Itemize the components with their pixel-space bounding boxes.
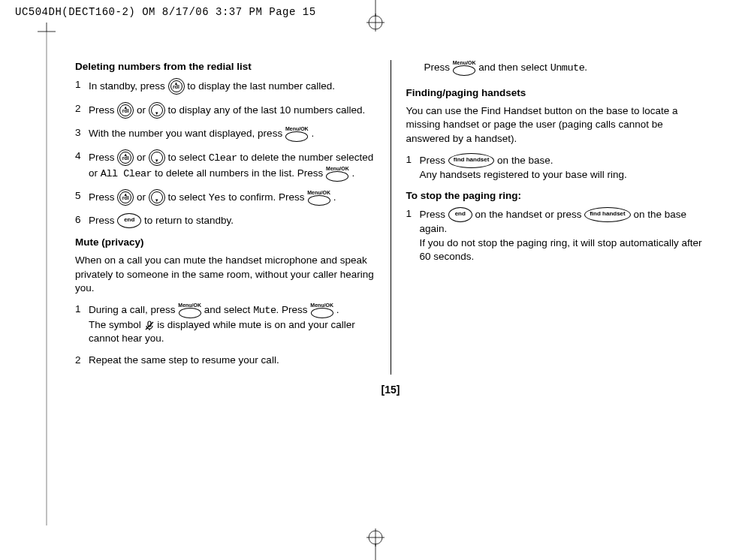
text: and select bbox=[204, 304, 251, 315]
text: on the base. bbox=[497, 154, 553, 165]
text: to delete all numbers in the list. Press bbox=[155, 167, 323, 179]
step-1: 1 In standby, press rdl to display the l… bbox=[75, 78, 376, 95]
end-button-icon: end bbox=[448, 207, 472, 222]
text: to return to standby. bbox=[144, 215, 234, 226]
svg-point-5 bbox=[369, 531, 382, 544]
svg-point-1 bbox=[369, 16, 382, 29]
steps-stop-paging: 1 Press end on the handset or press find… bbox=[406, 207, 707, 263]
text: to select bbox=[168, 191, 206, 203]
redial-up-icon: rdl bbox=[117, 189, 134, 206]
text: Press bbox=[89, 215, 115, 226]
heading-mute: Mute (privacy) bbox=[75, 236, 376, 249]
text: Any handsets registered to your base wil… bbox=[420, 169, 627, 180]
text: to display the last number called. bbox=[187, 80, 335, 92]
code-mute: Mute bbox=[253, 305, 276, 316]
find-step-1: 1 Press find handset on the base. Any ha… bbox=[406, 153, 707, 182]
left-column: Deleting numbers from the redial list 1 … bbox=[75, 60, 376, 375]
menu-ok-icon: Menu/OK bbox=[285, 126, 309, 142]
code-clear: Clear bbox=[209, 152, 237, 164]
text: . bbox=[311, 128, 314, 139]
text: to select bbox=[168, 152, 206, 163]
finding-intro: You can use the Find Handset button on t… bbox=[406, 104, 707, 146]
right-column: Press Menu/OK and then select Unmute. Fi… bbox=[406, 60, 707, 375]
text: Press bbox=[420, 154, 446, 165]
text: . bbox=[333, 191, 336, 203]
text: During a call, press bbox=[89, 304, 176, 315]
text: . bbox=[584, 62, 587, 73]
down-icon bbox=[149, 149, 165, 166]
text: The symbol bbox=[89, 319, 141, 330]
redial-up-icon: rdl bbox=[117, 149, 134, 166]
mute-step-2: 2 Repeat the same step to resume your ca… bbox=[75, 354, 376, 367]
text: Press bbox=[89, 191, 115, 203]
steps-mute: 1 During a call, press Menu/OK and selec… bbox=[75, 303, 376, 367]
text: on the handset or press bbox=[475, 209, 582, 220]
down-icon bbox=[149, 102, 165, 119]
code-unmute: Unmute bbox=[550, 62, 585, 74]
text: or bbox=[137, 152, 146, 163]
text: Press bbox=[424, 62, 451, 73]
step-2: 2 Press rdl or to display any of the las… bbox=[75, 102, 376, 119]
steps-finding: 1 Press find handset on the base. Any ha… bbox=[406, 153, 707, 182]
text: Press bbox=[89, 152, 115, 163]
text: to confirm. Press bbox=[228, 191, 304, 203]
page-number: [15] bbox=[75, 384, 706, 396]
code-all-clear: All Clear bbox=[101, 168, 152, 179]
redial-up-icon: rdl bbox=[117, 102, 134, 119]
mute-intro: When on a call you can mute the handset … bbox=[75, 254, 376, 295]
text: . bbox=[336, 304, 339, 315]
text: Repeat the same step to resume your call… bbox=[89, 354, 376, 367]
down-icon bbox=[149, 189, 165, 206]
step-5: 5 Press rdl or to select Yes to confirm.… bbox=[75, 189, 376, 206]
step-4: 4 Press rdl or to select Clear to delete… bbox=[75, 149, 376, 182]
text: and then select bbox=[478, 62, 547, 73]
text: . bbox=[352, 167, 355, 179]
mute-symbol-icon bbox=[144, 321, 155, 331]
menu-ok-icon: Menu/OK bbox=[326, 166, 349, 182]
step-3: 3 With the number you want displayed, pr… bbox=[75, 126, 376, 142]
column-divider bbox=[391, 60, 391, 375]
menu-ok-icon: Menu/OK bbox=[307, 190, 330, 206]
redial-up-icon: rdl bbox=[168, 78, 185, 95]
text: or bbox=[137, 191, 146, 203]
text: With the number you want displayed, pres… bbox=[89, 128, 282, 139]
stop-step-1: 1 Press end on the handset or press find… bbox=[406, 207, 707, 263]
text: to display any of the last 10 numbers ca… bbox=[168, 104, 366, 116]
find-handset-button-icon: find handset bbox=[584, 207, 631, 222]
step-6: 6 Press end to return to standby. bbox=[75, 213, 376, 228]
text: Press bbox=[89, 104, 115, 116]
steps-deleting: 1 In standby, press rdl to display the l… bbox=[75, 78, 376, 228]
text: . Press bbox=[276, 304, 308, 315]
text: Press bbox=[420, 209, 446, 220]
menu-ok-icon: Menu/OK bbox=[178, 303, 201, 318]
text: If you do not stop the paging ring, it w… bbox=[420, 237, 702, 262]
heading-stop-paging: To stop the paging ring: bbox=[406, 189, 707, 203]
menu-ok-icon: Menu/OK bbox=[453, 60, 476, 76]
find-handset-button-icon: find handset bbox=[448, 153, 495, 168]
document-slug: UC504DH(DECT160-2) OM 8/17/06 3:37 PM Pa… bbox=[15, 6, 316, 18]
code-yes: Yes bbox=[209, 192, 226, 203]
unmute-line: Press Menu/OK and then select Unmute. bbox=[424, 60, 707, 76]
heading-finding: Finding/paging handsets bbox=[406, 86, 707, 100]
text: or bbox=[137, 104, 146, 116]
text: In standby, press bbox=[89, 80, 165, 92]
end-button-icon: end bbox=[117, 213, 141, 228]
heading-deleting: Deleting numbers from the redial list bbox=[75, 60, 376, 74]
menu-ok-icon: Menu/OK bbox=[310, 303, 333, 318]
page-content: Deleting numbers from the redial list 1 … bbox=[75, 60, 706, 515]
mute-step-1: 1 During a call, press Menu/OK and selec… bbox=[75, 303, 376, 345]
